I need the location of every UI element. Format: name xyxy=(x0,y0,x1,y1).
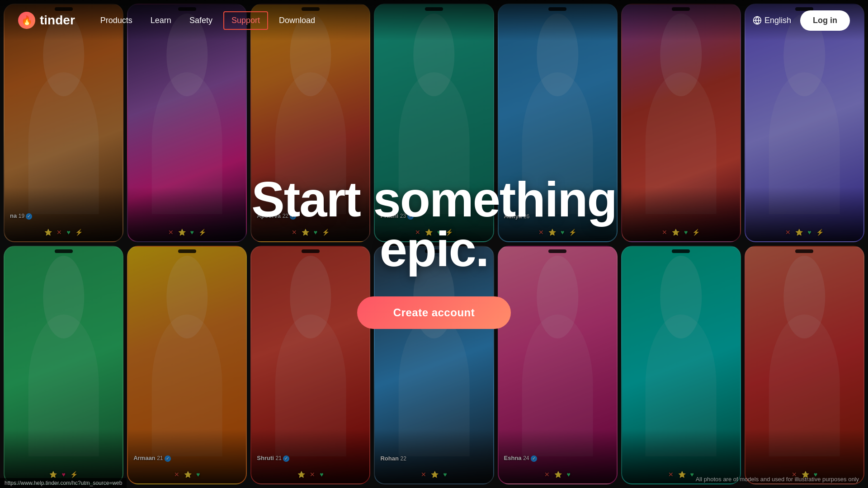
login-button[interactable]: Log in xyxy=(800,10,850,31)
nav-link-download[interactable]: Download xyxy=(272,12,322,29)
globe-icon xyxy=(753,16,762,25)
nav-link-safety[interactable]: Safety xyxy=(182,12,220,29)
create-account-button[interactable]: Create account xyxy=(357,296,511,329)
nav-link-learn[interactable]: Learn xyxy=(143,12,179,29)
footer-note: All photos are of models and used for il… xyxy=(696,476,859,483)
nav-links: Products Learn Safety Support Download xyxy=(93,11,753,30)
navbar: 🔥 tinder Products Learn Safety Support D… xyxy=(0,0,868,41)
nav-right: English Log in xyxy=(753,10,850,31)
nav-link-support[interactable]: Support xyxy=(223,11,268,30)
logo[interactable]: 🔥 tinder xyxy=(18,12,75,29)
nav-link-products[interactable]: Products xyxy=(93,12,140,29)
status-bar-url: https://www.help.tinder.com/hc?utm_sourc… xyxy=(0,478,127,488)
language-label: English xyxy=(764,16,791,25)
hero-content: Start something epic. Create account xyxy=(217,174,651,329)
language-button[interactable]: English xyxy=(753,16,791,25)
logo-text: tinder xyxy=(40,13,75,28)
hero-title: Start something epic. xyxy=(217,174,651,274)
logo-icon: 🔥 xyxy=(18,12,35,29)
